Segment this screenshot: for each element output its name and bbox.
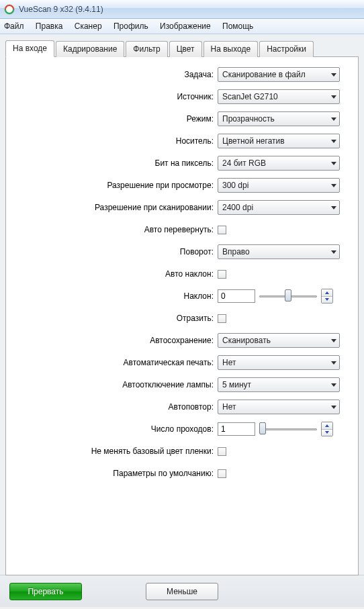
label-keep-base: Не менять базовый цвет пленки: xyxy=(14,447,218,456)
slider-track xyxy=(259,428,317,430)
chevron-down-icon xyxy=(331,339,336,342)
dropdown-bits-value: 24 бит RGB xyxy=(222,158,266,168)
input-skew[interactable] xyxy=(218,289,255,303)
tab-input[interactable]: На входе xyxy=(5,40,54,57)
dropdown-preview-res-value: 300 dpi xyxy=(222,181,248,190)
spinner-down[interactable] xyxy=(322,430,332,436)
menu-scanner[interactable]: Сканер xyxy=(75,21,102,31)
label-autoprint: Автоматическая печать: xyxy=(14,358,218,367)
chevron-down-icon xyxy=(331,118,336,121)
dropdown-task-value: Сканирование в файл xyxy=(222,70,306,79)
less-button-label: Меньше xyxy=(167,587,197,596)
dropdown-rotate[interactable]: Вправо xyxy=(218,244,340,259)
label-source: Источник: xyxy=(14,92,218,101)
label-preview-res: Разрешение при просмотре: xyxy=(14,181,218,190)
dropdown-scan-res[interactable]: 2400 dpi xyxy=(218,200,340,215)
dropdown-lamp-off-value: 5 минут xyxy=(222,380,251,389)
label-lamp-off: Автоотключение лампы: xyxy=(14,380,218,389)
dropdown-task[interactable]: Сканирование в файл xyxy=(218,67,340,82)
triangle-up-icon xyxy=(325,424,329,427)
dropdown-mode[interactable]: Прозрачность xyxy=(218,111,340,126)
chevron-down-icon xyxy=(331,95,336,99)
checkbox-keep-base[interactable] xyxy=(218,447,226,456)
chevron-down-icon xyxy=(331,73,336,77)
dropdown-bits[interactable]: 24 бит RGB xyxy=(218,156,340,171)
spinner-up[interactable] xyxy=(322,422,332,430)
slider-thumb[interactable] xyxy=(285,289,291,301)
chevron-down-icon xyxy=(331,406,336,409)
menu-image[interactable]: Изображение xyxy=(160,21,211,31)
triangle-up-icon xyxy=(325,291,329,294)
label-bits: Бит на пиксель: xyxy=(14,158,218,168)
window-title: VueScan 9 x32 (9.4.11) xyxy=(19,5,103,14)
abort-button-label: Прервать xyxy=(28,587,63,596)
chevron-down-icon xyxy=(331,140,336,143)
spinner-down[interactable] xyxy=(322,297,332,303)
checkbox-auto-skew[interactable] xyxy=(218,270,226,279)
chevron-down-icon xyxy=(331,184,336,187)
dropdown-autorepeat[interactable]: Нет xyxy=(218,400,340,414)
slider-skew[interactable] xyxy=(259,289,317,303)
tab-crop[interactable]: Кадрирование xyxy=(56,41,124,57)
triangle-down-icon xyxy=(325,431,329,434)
dropdown-lamp-off[interactable]: 5 минут xyxy=(218,377,340,392)
spinner-passes[interactable] xyxy=(321,422,333,436)
triangle-down-icon xyxy=(325,298,329,301)
dropdown-source-value: ScanJet G2710 xyxy=(222,92,278,101)
menu-help[interactable]: Помощь xyxy=(222,21,253,31)
tab-filter[interactable]: Фильтр xyxy=(126,41,167,57)
label-auto-flip: Авто перевернуть: xyxy=(14,225,218,234)
checkbox-defaults[interactable] xyxy=(218,469,226,478)
checkbox-mirror[interactable] xyxy=(218,314,226,323)
dropdown-autosave-value: Сканировать xyxy=(222,336,271,345)
dropdown-media[interactable]: Цветной негатив xyxy=(218,134,340,148)
dropdown-rotate-value: Вправо xyxy=(222,247,250,256)
chevron-down-icon xyxy=(331,162,336,165)
app-icon xyxy=(4,4,15,15)
label-mode: Режим: xyxy=(14,114,218,124)
dropdown-autoprint[interactable]: Нет xyxy=(218,355,340,370)
label-mirror: Отразить: xyxy=(14,314,218,323)
label-auto-skew: Авто наклон: xyxy=(14,269,218,279)
menu-edit[interactable]: Правка xyxy=(36,21,63,31)
label-autorepeat: Автоповтор: xyxy=(14,402,218,412)
workarea: На входе Кадрирование Фильтр Цвет На вых… xyxy=(0,34,364,575)
menu-profile[interactable]: Профиль xyxy=(113,21,148,31)
tab-prefs[interactable]: Настройки xyxy=(259,41,314,57)
label-media: Носитель: xyxy=(14,136,218,146)
menubar: Файл Правка Сканер Профиль Изображение П… xyxy=(0,19,364,34)
tabstrip: На входе Кадрирование Фильтр Цвет На вых… xyxy=(5,40,359,56)
menu-file[interactable]: Файл xyxy=(4,21,24,31)
titlebar: VueScan 9 x32 (9.4.11) xyxy=(0,0,364,19)
input-panel: Задача: Сканирование в файл Источник: Sc… xyxy=(5,56,359,575)
chevron-down-icon xyxy=(331,206,336,209)
chevron-down-icon xyxy=(331,250,336,254)
dropdown-autosave[interactable]: Сканировать xyxy=(218,333,340,348)
tab-color[interactable]: Цвет xyxy=(169,41,202,57)
checkbox-auto-flip[interactable] xyxy=(218,226,226,234)
dropdown-preview-res[interactable]: 300 dpi xyxy=(218,178,340,193)
label-skew: Наклон: xyxy=(14,291,218,301)
dropdown-source[interactable]: ScanJet G2710 xyxy=(218,89,340,104)
input-passes[interactable] xyxy=(218,422,255,436)
bottombar: Прервать Меньше xyxy=(0,575,364,607)
tab-output[interactable]: На выходе xyxy=(203,41,259,57)
label-autosave: Автосохранение: xyxy=(14,336,218,345)
abort-button[interactable]: Прервать xyxy=(9,583,82,600)
less-button[interactable]: Меньше xyxy=(146,583,218,600)
label-scan-res: Разрешение при сканировании: xyxy=(14,203,218,212)
label-rotate: Поворот: xyxy=(14,247,218,256)
dropdown-autorepeat-value: Нет xyxy=(222,402,236,412)
dropdown-scan-res-value: 2400 dpi xyxy=(222,203,253,212)
dropdown-autoprint-value: Нет xyxy=(222,358,236,367)
label-passes: Число проходов: xyxy=(14,424,218,434)
label-defaults: Параметры по умолчанию: xyxy=(14,469,218,478)
dropdown-media-value: Цветной негатив xyxy=(222,136,285,146)
label-task: Задача: xyxy=(14,70,218,79)
slider-passes[interactable] xyxy=(259,422,317,436)
dropdown-mode-value: Прозрачность xyxy=(222,114,275,124)
spinner-up[interactable] xyxy=(322,289,332,297)
slider-thumb[interactable] xyxy=(259,422,266,434)
spinner-skew[interactable] xyxy=(321,289,333,303)
chevron-down-icon xyxy=(331,383,336,387)
